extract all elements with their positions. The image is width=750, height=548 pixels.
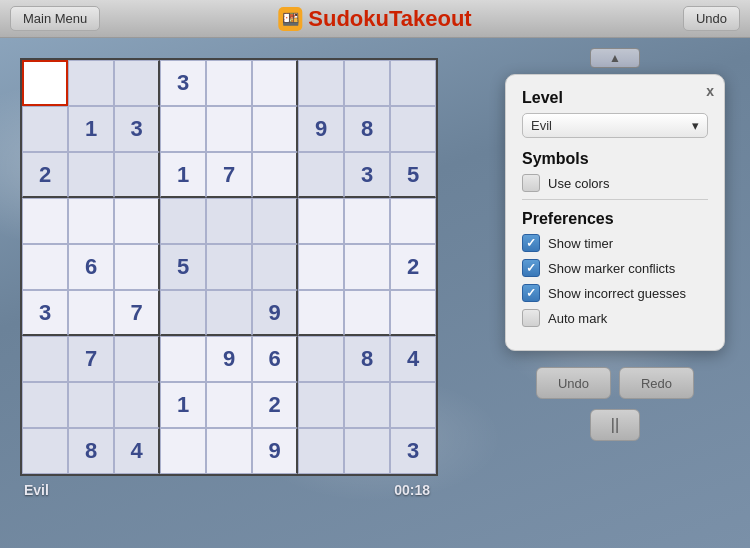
table-row[interactable]: 7 xyxy=(68,336,114,382)
table-row[interactable] xyxy=(298,336,344,382)
table-row[interactable] xyxy=(114,336,160,382)
table-row[interactable] xyxy=(68,290,114,336)
table-row[interactable] xyxy=(298,428,344,474)
table-row[interactable] xyxy=(22,336,68,382)
pref-checkbox-0[interactable] xyxy=(522,234,540,252)
table-row[interactable] xyxy=(252,152,298,198)
table-row[interactable] xyxy=(298,382,344,428)
table-row[interactable] xyxy=(298,152,344,198)
table-row[interactable] xyxy=(160,290,206,336)
table-row[interactable] xyxy=(68,198,114,244)
table-row[interactable]: 2 xyxy=(252,382,298,428)
level-dropdown[interactable]: Evil ▾ xyxy=(522,113,708,138)
table-row[interactable]: 2 xyxy=(22,152,68,198)
table-row[interactable] xyxy=(22,382,68,428)
table-row[interactable]: 1 xyxy=(160,382,206,428)
pref-row-2: Show incorrect guesses xyxy=(522,284,708,302)
table-row[interactable]: 3 xyxy=(344,152,390,198)
table-row[interactable] xyxy=(390,60,436,106)
table-row[interactable] xyxy=(344,60,390,106)
table-row[interactable]: 1 xyxy=(160,152,206,198)
table-row[interactable]: 6 xyxy=(68,244,114,290)
table-row[interactable] xyxy=(252,60,298,106)
table-row[interactable] xyxy=(160,428,206,474)
sudoku-board[interactable]: 313982173565237979684128493 xyxy=(20,58,438,476)
table-row[interactable]: 8 xyxy=(344,106,390,152)
table-row[interactable] xyxy=(390,382,436,428)
table-row[interactable]: 3 xyxy=(160,60,206,106)
undo-button[interactable]: Undo xyxy=(536,367,611,399)
table-row[interactable]: 7 xyxy=(114,290,160,336)
table-row[interactable] xyxy=(344,428,390,474)
table-row[interactable]: 7 xyxy=(206,152,252,198)
table-row[interactable] xyxy=(160,336,206,382)
use-colors-checkbox[interactable] xyxy=(522,174,540,192)
table-row[interactable] xyxy=(344,244,390,290)
scroll-up-arrow[interactable]: ▲ xyxy=(590,48,640,68)
table-row[interactable]: 9 xyxy=(252,428,298,474)
table-row[interactable]: 6 xyxy=(252,336,298,382)
table-row[interactable]: 8 xyxy=(344,336,390,382)
table-row[interactable] xyxy=(298,60,344,106)
table-row[interactable] xyxy=(114,382,160,428)
table-row[interactable]: 4 xyxy=(114,428,160,474)
level-value: Evil xyxy=(531,118,552,133)
table-row[interactable] xyxy=(206,198,252,244)
pause-button[interactable]: || xyxy=(590,409,640,441)
table-row[interactable] xyxy=(206,244,252,290)
table-row[interactable] xyxy=(68,382,114,428)
table-row[interactable] xyxy=(390,106,436,152)
timer-display: 00:18 xyxy=(394,482,430,498)
table-row[interactable] xyxy=(114,152,160,198)
table-row[interactable]: 9 xyxy=(298,106,344,152)
close-button[interactable]: x xyxy=(706,83,714,99)
table-row[interactable] xyxy=(344,382,390,428)
table-row[interactable]: 5 xyxy=(390,152,436,198)
table-row[interactable]: 8 xyxy=(68,428,114,474)
table-row[interactable] xyxy=(114,60,160,106)
table-row[interactable] xyxy=(390,198,436,244)
table-row[interactable]: 4 xyxy=(390,336,436,382)
pref-row-1: Show marker conflicts xyxy=(522,259,708,277)
table-row[interactable] xyxy=(252,198,298,244)
table-row[interactable]: 9 xyxy=(206,336,252,382)
table-row[interactable] xyxy=(114,198,160,244)
table-row[interactable] xyxy=(22,198,68,244)
redo-button[interactable]: Redo xyxy=(619,367,694,399)
table-row[interactable]: 3 xyxy=(390,428,436,474)
table-row[interactable] xyxy=(22,106,68,152)
table-row[interactable] xyxy=(22,428,68,474)
table-row[interactable]: 9 xyxy=(252,290,298,336)
table-row[interactable] xyxy=(390,290,436,336)
table-row[interactable] xyxy=(114,244,160,290)
table-row[interactable] xyxy=(22,244,68,290)
table-row[interactable] xyxy=(206,60,252,106)
table-row[interactable] xyxy=(22,60,68,106)
table-row[interactable] xyxy=(252,244,298,290)
pref-checkbox-3[interactable] xyxy=(522,309,540,327)
table-row[interactable]: 3 xyxy=(114,106,160,152)
table-row[interactable] xyxy=(252,106,298,152)
table-row[interactable]: 3 xyxy=(22,290,68,336)
table-row[interactable]: 5 xyxy=(160,244,206,290)
options-button[interactable]: Undo xyxy=(683,6,740,31)
table-row[interactable] xyxy=(344,198,390,244)
use-colors-label: Use colors xyxy=(548,176,609,191)
pref-checkbox-1[interactable] xyxy=(522,259,540,277)
table-row[interactable] xyxy=(206,106,252,152)
table-row[interactable] xyxy=(206,382,252,428)
table-row[interactable] xyxy=(160,106,206,152)
table-row[interactable] xyxy=(68,152,114,198)
table-row[interactable]: 2 xyxy=(390,244,436,290)
table-row[interactable] xyxy=(68,60,114,106)
pref-checkbox-2[interactable] xyxy=(522,284,540,302)
table-row[interactable] xyxy=(298,198,344,244)
main-menu-button[interactable]: Main Menu xyxy=(10,6,100,31)
table-row[interactable] xyxy=(298,244,344,290)
table-row[interactable] xyxy=(206,428,252,474)
table-row[interactable] xyxy=(160,198,206,244)
table-row[interactable] xyxy=(344,290,390,336)
table-row[interactable]: 1 xyxy=(68,106,114,152)
table-row[interactable] xyxy=(298,290,344,336)
table-row[interactable] xyxy=(206,290,252,336)
